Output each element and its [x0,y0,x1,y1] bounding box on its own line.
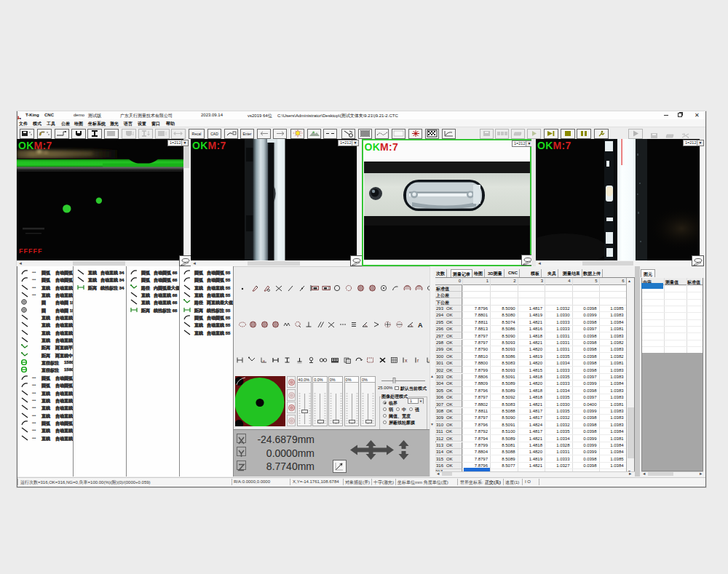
svg-text:r: r [417,358,419,363]
svg-text:x: x [263,359,265,363]
svg-text:A: A [418,322,423,329]
svg-text:x: x [405,358,408,363]
